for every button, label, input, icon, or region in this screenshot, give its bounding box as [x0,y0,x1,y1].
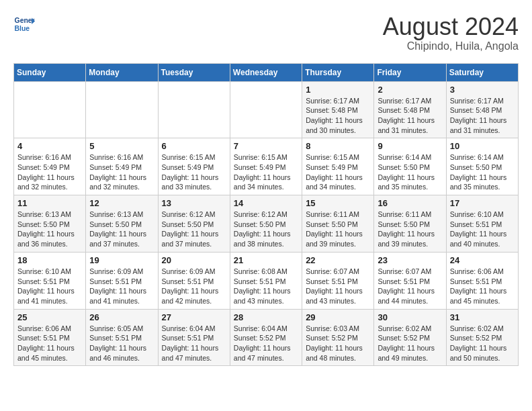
weekday-header: Thursday [302,63,374,81]
calendar-cell: 25Sunrise: 6:06 AMSunset: 5:51 PMDayligh… [14,309,86,366]
day-number: 19 [89,255,154,265]
day-info: Sunrise: 6:16 AMSunset: 5:49 PMDaylight:… [17,152,82,192]
calendar-cell: 9Sunrise: 6:14 AMSunset: 5:50 PMDaylight… [374,138,446,195]
calendar-cell: 4Sunrise: 6:16 AMSunset: 5:49 PMDaylight… [14,138,86,195]
day-number: 31 [450,312,515,322]
day-info: Sunrise: 6:02 AMSunset: 5:52 PMDaylight:… [450,324,515,363]
day-number: 10 [450,141,515,151]
calendar-cell [86,81,158,138]
calendar-cell: 12Sunrise: 6:13 AMSunset: 5:50 PMDayligh… [86,195,158,253]
calendar-cell: 16Sunrise: 6:11 AMSunset: 5:50 PMDayligh… [374,195,446,253]
day-info: Sunrise: 6:10 AMSunset: 5:51 PMDaylight:… [450,210,515,249]
calendar-cell: 3Sunrise: 6:17 AMSunset: 5:48 PMDaylight… [446,81,518,138]
day-number: 23 [378,255,442,265]
weekday-header: Saturday [446,63,518,81]
day-number: 25 [17,312,82,322]
day-info: Sunrise: 6:04 AMSunset: 5:51 PMDaylight:… [162,324,226,363]
day-number: 3 [450,85,515,95]
calendar-cell: 6Sunrise: 6:15 AMSunset: 5:49 PMDaylight… [158,138,230,195]
day-number: 2 [378,85,442,95]
weekday-header: Monday [86,63,158,81]
day-number: 5 [89,141,154,151]
calendar-cell: 28Sunrise: 6:04 AMSunset: 5:52 PMDayligh… [230,309,302,366]
day-info: Sunrise: 6:02 AMSunset: 5:52 PMDaylight:… [378,324,442,363]
day-number: 9 [378,141,442,151]
day-number: 13 [162,198,226,208]
calendar-cell: 15Sunrise: 6:11 AMSunset: 5:50 PMDayligh… [302,195,374,253]
calendar-table: SundayMondayTuesdayWednesdayThursdayFrid… [13,63,519,367]
day-info: Sunrise: 6:11 AMSunset: 5:50 PMDaylight:… [306,210,370,249]
calendar-cell [158,81,230,138]
day-info: Sunrise: 6:16 AMSunset: 5:49 PMDaylight:… [89,152,154,192]
calendar-cell: 20Sunrise: 6:09 AMSunset: 5:51 PMDayligh… [158,252,230,309]
day-info: Sunrise: 6:04 AMSunset: 5:52 PMDaylight:… [234,324,298,363]
calendar-cell: 8Sunrise: 6:15 AMSunset: 5:49 PMDaylight… [302,138,374,195]
day-info: Sunrise: 6:07 AMSunset: 5:51 PMDaylight:… [306,267,370,306]
calendar-cell: 1Sunrise: 6:17 AMSunset: 5:48 PMDaylight… [302,81,374,138]
subtitle: Chipindo, Huila, Angola [383,40,519,52]
day-number: 20 [162,255,226,265]
day-info: Sunrise: 6:17 AMSunset: 5:48 PMDaylight:… [306,96,370,136]
day-info: Sunrise: 6:17 AMSunset: 5:48 PMDaylight:… [450,96,515,136]
logo: General Blue [13,13,35,35]
day-info: Sunrise: 6:15 AMSunset: 5:49 PMDaylight:… [162,152,226,192]
calendar-week-row: 1Sunrise: 6:17 AMSunset: 5:48 PMDaylight… [14,81,519,138]
day-number: 24 [450,255,515,265]
calendar-cell: 11Sunrise: 6:13 AMSunset: 5:50 PMDayligh… [14,195,86,253]
day-number: 22 [306,255,370,265]
day-number: 14 [234,198,298,208]
calendar-cell: 10Sunrise: 6:14 AMSunset: 5:50 PMDayligh… [446,138,518,195]
day-info: Sunrise: 6:14 AMSunset: 5:50 PMDaylight:… [450,152,515,192]
calendar-cell: 13Sunrise: 6:12 AMSunset: 5:50 PMDayligh… [158,195,230,253]
day-info: Sunrise: 6:10 AMSunset: 5:51 PMDaylight:… [17,267,82,306]
day-number: 15 [306,198,370,208]
day-info: Sunrise: 6:03 AMSunset: 5:52 PMDaylight:… [306,324,370,363]
day-number: 7 [234,141,298,151]
calendar-week-row: 4Sunrise: 6:16 AMSunset: 5:49 PMDaylight… [14,138,519,195]
calendar-cell: 2Sunrise: 6:17 AMSunset: 5:48 PMDaylight… [374,81,446,138]
day-info: Sunrise: 6:14 AMSunset: 5:50 PMDaylight:… [378,152,442,192]
calendar-cell: 17Sunrise: 6:10 AMSunset: 5:51 PMDayligh… [446,195,518,253]
calendar-cell: 27Sunrise: 6:04 AMSunset: 5:51 PMDayligh… [158,309,230,366]
weekday-header: Friday [374,63,446,81]
day-info: Sunrise: 6:06 AMSunset: 5:51 PMDaylight:… [17,324,82,363]
calendar-week-row: 11Sunrise: 6:13 AMSunset: 5:50 PMDayligh… [14,195,519,253]
weekday-header: Wednesday [230,63,302,81]
calendar-cell [14,81,86,138]
day-number: 11 [17,198,82,208]
day-number: 8 [306,141,370,151]
calendar-week-row: 18Sunrise: 6:10 AMSunset: 5:51 PMDayligh… [14,252,519,309]
day-info: Sunrise: 6:09 AMSunset: 5:51 PMDaylight:… [162,267,226,306]
calendar-cell: 14Sunrise: 6:12 AMSunset: 5:50 PMDayligh… [230,195,302,253]
calendar-week-row: 25Sunrise: 6:06 AMSunset: 5:51 PMDayligh… [14,309,519,366]
calendar-cell: 29Sunrise: 6:03 AMSunset: 5:52 PMDayligh… [302,309,374,366]
day-info: Sunrise: 6:11 AMSunset: 5:50 PMDaylight:… [378,210,442,249]
day-number: 16 [378,198,442,208]
weekday-header: Tuesday [158,63,230,81]
day-number: 18 [17,255,82,265]
day-info: Sunrise: 6:12 AMSunset: 5:50 PMDaylight:… [234,210,298,249]
day-info: Sunrise: 6:13 AMSunset: 5:50 PMDaylight:… [89,210,154,249]
calendar-header-row: SundayMondayTuesdayWednesdayThursdayFrid… [14,63,519,81]
calendar-cell [230,81,302,138]
calendar-cell: 21Sunrise: 6:08 AMSunset: 5:51 PMDayligh… [230,252,302,309]
calendar-cell: 31Sunrise: 6:02 AMSunset: 5:52 PMDayligh… [446,309,518,366]
day-info: Sunrise: 6:17 AMSunset: 5:48 PMDaylight:… [378,96,442,136]
day-number: 27 [162,312,226,322]
day-info: Sunrise: 6:07 AMSunset: 5:51 PMDaylight:… [378,267,442,306]
day-number: 30 [378,312,442,322]
calendar-cell: 24Sunrise: 6:06 AMSunset: 5:51 PMDayligh… [446,252,518,309]
logo-icon: General Blue [13,13,35,35]
day-info: Sunrise: 6:12 AMSunset: 5:50 PMDaylight:… [162,210,226,249]
day-info: Sunrise: 6:15 AMSunset: 5:49 PMDaylight:… [234,152,298,192]
day-info: Sunrise: 6:09 AMSunset: 5:51 PMDaylight:… [89,267,154,306]
calendar-cell: 26Sunrise: 6:05 AMSunset: 5:51 PMDayligh… [86,309,158,366]
day-info: Sunrise: 6:06 AMSunset: 5:51 PMDaylight:… [450,267,515,306]
day-info: Sunrise: 6:15 AMSunset: 5:49 PMDaylight:… [306,152,370,192]
calendar-cell: 19Sunrise: 6:09 AMSunset: 5:51 PMDayligh… [86,252,158,309]
day-info: Sunrise: 6:13 AMSunset: 5:50 PMDaylight:… [17,210,82,249]
calendar-cell: 30Sunrise: 6:02 AMSunset: 5:52 PMDayligh… [374,309,446,366]
calendar-cell: 7Sunrise: 6:15 AMSunset: 5:49 PMDaylight… [230,138,302,195]
day-number: 21 [234,255,298,265]
calendar-cell: 18Sunrise: 6:10 AMSunset: 5:51 PMDayligh… [14,252,86,309]
